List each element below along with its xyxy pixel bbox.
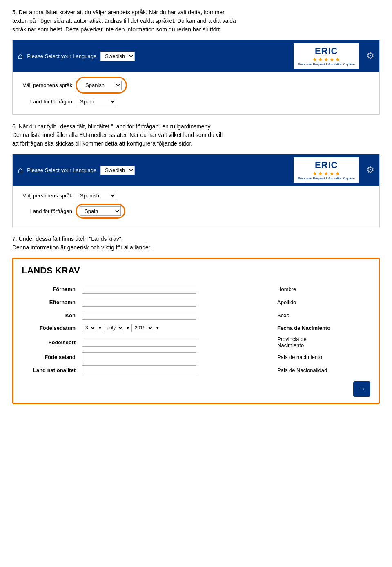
month-arrow: ▼ — [126, 326, 130, 330]
table-row: Efternamn Apellido — [22, 296, 370, 309]
fodelsedatum-label: Födelsedatum — [22, 322, 79, 334]
country-highlight-2: Spain — [76, 204, 125, 219]
lands-krav-table: Förnamn Hombre Efternamn Apellido Kön — [22, 282, 370, 377]
gear-icon-1: ⚙ — [366, 51, 374, 61]
year-select[interactable]: 2015 — [131, 324, 154, 332]
person-lang-select-1[interactable]: Spanish — [81, 81, 122, 90]
para6-line3: att förfrågan ska skickas till kommer de… — [12, 140, 192, 147]
next-button[interactable]: → — [353, 381, 370, 397]
lands-krav-title: LANDS KRAV — [22, 265, 370, 276]
eric-title-2: ERIC — [315, 160, 338, 170]
star1: ★ — [312, 56, 317, 63]
para7-step: 7. — [12, 235, 17, 242]
country-row-2: Land för förfrågan Spain — [19, 204, 373, 219]
country-label-1: Land för förfrågan — [19, 99, 72, 105]
fodelseort-label: Födelseort — [22, 334, 79, 350]
fodelseland-input[interactable] — [82, 352, 196, 361]
kon-input-cell — [79, 309, 274, 322]
eric-logo-2: ERIC ★ ★ ★ ★ ★ European Request Informat… — [294, 157, 359, 183]
star3: ★ — [324, 56, 329, 63]
star2-3: ★ — [324, 170, 329, 177]
year-arrow: ▼ — [156, 326, 160, 330]
efternamn-translation: Apellido — [274, 296, 370, 309]
star5: ★ — [335, 56, 340, 63]
efternamn-label: Efternamn — [22, 296, 79, 309]
eric-stars-2: ★ ★ ★ ★ ★ — [312, 170, 340, 177]
table-row: Kön Sexo — [22, 309, 370, 322]
efternamn-input[interactable] — [82, 298, 196, 307]
fodelseort-input[interactable] — [82, 338, 196, 347]
lang-label-1: Please Select your Language — [27, 53, 96, 59]
land-nationalitet-translation: Pais de Nacionalidad — [274, 363, 370, 377]
eric-subtitle-1: European Request Information Capture — [298, 63, 355, 66]
home-icon-1: ⌂ — [18, 51, 23, 61]
eric-subtitle-2: European Request Information Capture — [298, 177, 355, 180]
table-row: Förnamn Hombre — [22, 282, 370, 296]
nav-arrow-container: → — [22, 381, 370, 397]
star2-4: ★ — [330, 170, 334, 177]
eric-stars-1: ★ ★ ★ ★ ★ — [312, 56, 340, 63]
fodelseort-translation: Provincia deNacimiento — [274, 334, 370, 350]
person-lang-row-1: Välj personens språk Spanish — [19, 77, 373, 94]
country-select-1[interactable]: Spain — [76, 97, 116, 106]
app-screenshot-1: ⌂ Please Select your Language Swedish ER… — [12, 40, 380, 115]
table-row: Land nationalitet Pais de Nacionalidad — [22, 363, 370, 377]
fodelsedatum-input-cell: 3 ▼ July ▼ 2015 ▼ — [79, 322, 274, 334]
fodelseland-translation: Pais de nacimiento — [274, 350, 370, 363]
app-body-2: Välj personens språk Spanish Land för fö… — [13, 186, 379, 227]
app-body-1: Välj personens språk Spanish Land för fö… — [13, 72, 379, 114]
fornamn-input-cell — [79, 282, 274, 296]
day-arrow: ▼ — [98, 326, 102, 330]
app-header-1: ⌂ Please Select your Language Swedish ER… — [13, 40, 379, 72]
land-nationalitet-input-cell — [79, 363, 274, 377]
language-select-2[interactable]: Swedish — [100, 166, 135, 175]
kon-input[interactable] — [82, 311, 196, 320]
fornamn-input[interactable] — [82, 285, 196, 294]
month-select[interactable]: July — [104, 324, 124, 332]
star2: ★ — [318, 56, 323, 63]
land-nationalitet-label: Land nationalitet — [22, 363, 79, 377]
country-label-2: Land för förfrågan — [19, 208, 72, 214]
para7-line1: Under dessa fält finns titeln "Lands kra… — [17, 235, 123, 242]
person-lang-label-1: Välj personens språk — [19, 82, 72, 88]
person-lang-row-2: Välj personens språk Spanish — [19, 191, 373, 200]
fornamn-translation: Hombre — [274, 282, 370, 296]
eric-logo-1: ERIC ★ ★ ★ ★ ★ European Request Informat… — [294, 43, 359, 69]
person-lang-label-2: Välj personens språk — [19, 193, 72, 199]
paragraph-5: 5. Det andra fältet kräver att du väljer… — [12, 8, 380, 34]
day-select[interactable]: 3 — [82, 324, 96, 332]
para6-line2: Denna lista innehåller alla EU-medlemsst… — [12, 132, 223, 138]
fodelseland-label: Födelseland — [22, 350, 79, 363]
star2-2: ★ — [318, 170, 323, 177]
language-select-1[interactable]: Swedish — [100, 52, 135, 61]
person-lang-highlight-1: Spanish — [76, 77, 127, 94]
land-nationalitet-input[interactable] — [82, 365, 196, 374]
date-group: 3 ▼ July ▼ 2015 ▼ — [82, 324, 271, 332]
fodelseort-input-cell — [79, 334, 274, 350]
paragraph-7: 7. Under dessa fält finns titeln "Lands … — [12, 235, 380, 252]
star2-1: ★ — [312, 170, 317, 177]
table-row: Födelsedatum 3 ▼ July ▼ 2015 — [22, 322, 370, 334]
app-header-2: ⌂ Please Select your Language Swedish ER… — [13, 154, 379, 186]
eric-title-1: ERIC — [315, 46, 338, 56]
para6-step: 6. — [12, 123, 17, 130]
para7-line2: Denna information är generisk och viktig… — [12, 244, 152, 251]
star4: ★ — [330, 56, 334, 63]
home-icon-2: ⌂ — [18, 165, 23, 175]
country-select-2[interactable]: Spain — [80, 206, 121, 216]
gear-icon-2: ⚙ — [366, 165, 374, 175]
table-row: Födelseort Provincia deNacimiento — [22, 334, 370, 350]
kon-label: Kön — [22, 309, 79, 322]
table-row: Födelseland Pais de nacimiento — [22, 350, 370, 363]
kon-translation: Sexo — [274, 309, 370, 322]
para6-line1: När du har fyllt i dessa fält, blir fält… — [17, 123, 212, 130]
para5-text: 5. Det andra fältet kräver att du väljer… — [12, 9, 236, 33]
person-lang-select-2[interactable]: Spanish — [76, 191, 116, 200]
fodelsedatum-translation: Fecha de Nacimiento — [274, 322, 370, 334]
star2-5: ★ — [335, 170, 340, 177]
lang-label-2: Please Select your Language — [27, 167, 96, 173]
paragraph-6: 6. När du har fyllt i dessa fält, blir f… — [12, 122, 380, 148]
fornamn-label: Förnamn — [22, 282, 79, 296]
app-screenshot-2: ⌂ Please Select your Language Swedish ER… — [12, 154, 380, 227]
fodelseland-input-cell — [79, 350, 274, 363]
